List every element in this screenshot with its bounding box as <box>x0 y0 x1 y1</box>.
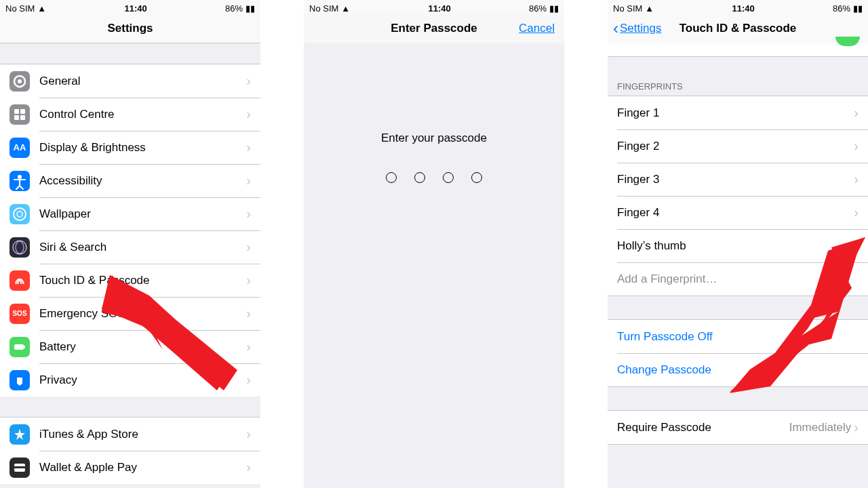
status-time: 11:40 <box>732 3 754 14</box>
settings-row-battery[interactable]: Battery› <box>0 330 260 363</box>
chevron-right-icon: › <box>246 306 251 321</box>
passcode-dot <box>471 172 482 183</box>
display-brightness-icon: AA <box>9 138 30 158</box>
chevron-right-icon: › <box>246 239 251 255</box>
fingerprint-label: Finger 2 <box>617 140 854 153</box>
emergency-sos-icon: SOS <box>9 304 30 324</box>
fingerprint-row[interactable]: Holly’s thumb› <box>608 229 868 262</box>
require-passcode-row[interactable]: Require Passcode Immediately › <box>608 411 868 444</box>
row-label: Control Centre <box>39 108 246 121</box>
chevron-right-icon: › <box>246 206 251 222</box>
svg-rect-4 <box>14 115 19 120</box>
cancel-button[interactable]: Cancel <box>519 22 555 35</box>
settings-row-general[interactable]: General› <box>0 64 260 98</box>
passcode-dot <box>414 172 425 183</box>
settings-row-privacy[interactable]: Privacy› <box>0 363 260 396</box>
siri-search-icon <box>9 237 30 258</box>
settings-row-display-brightness[interactable]: AADisplay & Brightness› <box>0 131 260 164</box>
fingerprint-row[interactable]: Finger 1› <box>608 96 868 129</box>
battery-icon: ▮▮ <box>549 3 559 14</box>
chevron-right-icon: › <box>854 171 859 187</box>
row-label: Wallet & Apple Pay <box>39 461 246 474</box>
fingerprint-label: Finger 3 <box>617 173 854 186</box>
settings-row-control-centre[interactable]: Control Centre› <box>0 98 260 131</box>
add-fingerprint-label: Add a Fingerprint… <box>617 272 859 286</box>
status-time: 11:40 <box>428 3 450 14</box>
battery-text: 86% <box>833 3 850 14</box>
carrier-text: No SIM <box>613 3 642 14</box>
svg-rect-14 <box>14 466 25 468</box>
passcode-dots[interactable] <box>304 172 564 183</box>
control-centre-icon <box>9 104 30 125</box>
settings-row-siri-search[interactable]: Siri & Search› <box>0 230 260 264</box>
fingerprint-label: Holly’s thumb <box>617 239 854 253</box>
battery-text: 86% <box>225 3 243 14</box>
battery-text: 86% <box>529 3 547 14</box>
add-fingerprint-button[interactable]: Add a Fingerprint… <box>608 262 868 296</box>
row-label: Emergency SOS <box>39 307 246 321</box>
passcode-prompt: Enter your passcode <box>304 131 564 145</box>
page-title: Touch ID & Passcode <box>679 22 797 35</box>
carrier-text: No SIM <box>5 3 35 14</box>
svg-rect-3 <box>20 109 25 114</box>
status-bar: No SIM▲ 11:40 86%▮▮ <box>0 0 260 14</box>
battery-icon <box>9 337 30 357</box>
chevron-right-icon: › <box>246 272 251 288</box>
settings-row-itunes-app-store[interactable]: iTunes & App Store› <box>0 418 260 451</box>
fingerprint-row[interactable]: Finger 4› <box>608 196 868 229</box>
svg-rect-2 <box>14 109 19 114</box>
wifi-icon: ▲ <box>37 3 46 14</box>
change-passcode-button[interactable]: Change Passcode <box>608 353 868 386</box>
svg-point-8 <box>17 211 22 217</box>
chevron-right-icon: › <box>246 372 251 388</box>
require-passcode-label: Require Passcode <box>617 421 789 434</box>
toggle-switch[interactable] <box>835 37 860 46</box>
general-icon <box>9 71 30 92</box>
settings-row-emergency-sos[interactable]: SOSEmergency SOS› <box>0 297 260 330</box>
status-bar: No SIM▲ 11:40 86%▮▮ <box>608 0 868 14</box>
settings-row-wallet-apple-pay[interactable]: Wallet & Apple Pay› <box>0 451 260 484</box>
chevron-right-icon: › <box>246 460 251 475</box>
nav-bar: Enter Passcode Cancel <box>304 14 564 43</box>
wifi-icon: ▲ <box>645 3 654 14</box>
wallet-apple-pay-icon <box>9 458 30 478</box>
settings-row-touch-id-passcode[interactable]: Touch ID & Passcode› <box>0 264 260 297</box>
fingerprint-row[interactable]: Finger 3› <box>608 163 868 196</box>
chevron-left-icon: ‹ <box>613 20 618 37</box>
passcode-dot <box>443 172 454 183</box>
chevron-right-icon: › <box>246 426 251 442</box>
back-button[interactable]: ‹ Settings <box>613 20 661 37</box>
settings-row-accessibility[interactable]: Accessibility› <box>0 164 260 197</box>
turn-passcode-off-button[interactable]: Turn Passcode Off <box>608 320 868 353</box>
svg-point-9 <box>13 241 26 254</box>
status-bar: No SIM▲ 11:40 86%▮▮ <box>304 0 564 14</box>
row-label: Wallpaper <box>39 207 246 221</box>
svg-point-10 <box>16 241 24 253</box>
require-passcode-value: Immediately <box>789 421 852 434</box>
settings-list-screen: No SIM▲ 11:40 86%▮▮ Settings General›Con… <box>0 0 260 488</box>
svg-point-1 <box>18 79 22 83</box>
nav-bar: ‹ Settings Touch ID & Passcode <box>608 14 868 43</box>
status-time: 11:40 <box>124 3 146 14</box>
page-title: Enter Passcode <box>391 22 477 35</box>
carrier-text: No SIM <box>309 3 338 14</box>
touchid-passcode-screen: No SIM▲ 11:40 86%▮▮ ‹ Settings Touch ID … <box>608 0 868 488</box>
wallpaper-icon <box>9 204 30 224</box>
wifi-icon: ▲ <box>341 3 350 14</box>
fingerprint-row[interactable]: Finger 2› <box>608 129 868 163</box>
section-header-fingerprints: Fingerprints <box>608 77 868 96</box>
svg-point-7 <box>14 208 26 220</box>
svg-rect-5 <box>20 115 25 120</box>
chevron-right-icon: › <box>854 105 859 121</box>
chevron-right-icon: › <box>854 238 859 253</box>
row-label: Accessibility <box>39 174 246 188</box>
settings-row-wallpaper[interactable]: Wallpaper› <box>0 197 260 230</box>
touch-id-passcode-icon <box>9 270 30 291</box>
back-label: Settings <box>620 22 661 35</box>
row-label: Privacy <box>39 373 246 387</box>
nav-bar: Settings <box>0 14 260 43</box>
chevron-right-icon: › <box>854 205 859 220</box>
svg-rect-12 <box>24 346 25 348</box>
row-label: Display & Brightness <box>39 141 246 155</box>
privacy-icon <box>9 370 30 390</box>
